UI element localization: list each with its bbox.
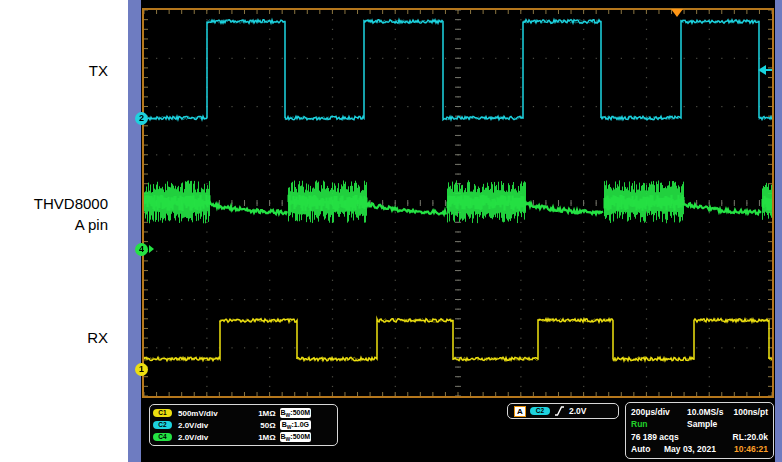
channel-4-marker[interactable]: 4: [135, 243, 148, 256]
channel-2-impedance[interactable]: 50Ω: [244, 421, 275, 430]
channel-2-scale[interactable]: 2.0V/div: [178, 421, 244, 430]
horizontal-row: 200μs/div 10.0MS/s 100ns/pt: [631, 407, 768, 417]
channel-4-arrow-icon: [149, 245, 154, 253]
channel-1-badge[interactable]: C1: [153, 409, 172, 417]
label-thvd8000: THVD8000: [34, 195, 108, 212]
trigger-level-value[interactable]: 2.0V: [569, 406, 587, 416]
channel-4-badge[interactable]: C4: [153, 433, 172, 441]
acquisition-mode[interactable]: Sample: [687, 419, 768, 429]
trigger-mode-row: Auto May 03, 2021 10:46:21: [631, 444, 768, 454]
channel-settings-box: C1 500mV/div 1MΩ BW:500M C2 2.0V/div 50Ω…: [149, 404, 338, 446]
window-edge-left: [128, 0, 141, 462]
window-edge-right: [775, 0, 782, 462]
channel-1-row: C1 500mV/div 1MΩ BW:500M: [153, 408, 311, 419]
channel-2-bandwidth[interactable]: BW:1.0G: [280, 420, 311, 430]
label-tx: TX: [89, 62, 108, 79]
oscilloscope-screen: 2 4 1 C1 500mV/div 1MΩ BW:500M: [141, 0, 782, 462]
channel-4-scale[interactable]: 2.0V/div: [178, 433, 244, 442]
screenshot-root: TX THVD8000 A pin RX 2 4 1: [0, 0, 782, 462]
trigger-readout-box: A C2 2.0V: [507, 403, 619, 419]
waveform-display[interactable]: [144, 10, 772, 396]
channel-4-marker-label: 4: [139, 244, 144, 254]
label-a-pin: A pin: [75, 216, 108, 233]
annotation-column: TX THVD8000 A pin RX: [0, 0, 128, 462]
channel-2-badge[interactable]: C2: [153, 421, 172, 429]
channel-1-impedance[interactable]: 1MΩ: [244, 409, 275, 418]
channel-4-bandwidth[interactable]: BW:500M: [280, 432, 311, 442]
timebase-value[interactable]: 200μs/div: [631, 407, 687, 417]
trigger-source-badge[interactable]: C2: [530, 407, 550, 415]
run-status-badge[interactable]: Run: [631, 419, 687, 429]
resolution-value: 100ns/pt: [734, 407, 769, 417]
trigger-position-icon[interactable]: [671, 9, 683, 17]
channel-1-marker-label: 1: [139, 364, 144, 374]
trigger-mode[interactable]: Auto: [631, 444, 664, 454]
acquisition-state-row: Run Sample: [631, 419, 768, 429]
record-length[interactable]: RL:20.0k: [733, 432, 768, 442]
trigger-level-arrow-tail: [765, 69, 772, 71]
clock-time: 10:46:21: [734, 444, 768, 454]
acquisition-count-row: 76 189 acqs RL:20.0k: [631, 432, 768, 442]
channel-4-impedance[interactable]: 1MΩ: [244, 433, 275, 442]
graticule[interactable]: 2 4 1: [142, 8, 774, 398]
trigger-level-icon[interactable]: [756, 65, 772, 75]
channel-2-marker[interactable]: 2: [135, 112, 148, 125]
label-rx: RX: [87, 329, 108, 346]
channel-1-scale[interactable]: 500mV/div: [178, 409, 244, 418]
rising-edge-icon: [554, 405, 565, 417]
acquisition-readout-box: 200μs/div 10.0MS/s 100ns/pt Run Sample 7…: [625, 402, 774, 459]
channel-1-marker[interactable]: 1: [135, 363, 148, 376]
channel-2-marker-label: 2: [139, 113, 144, 123]
channel-4-row: C4 2.0V/div 1MΩ BW:500M: [153, 432, 311, 443]
date-value: May 03, 2021: [664, 444, 734, 454]
sample-rate-value: 10.0MS/s: [687, 407, 734, 417]
channel-1-bandwidth[interactable]: BW:500M: [280, 408, 311, 418]
channel-2-row: C2 2.0V/div 50Ω BW:1.0G: [153, 420, 311, 431]
trigger-a-badge[interactable]: A: [514, 406, 526, 417]
acquisition-count: 76 189 acqs: [631, 432, 679, 442]
